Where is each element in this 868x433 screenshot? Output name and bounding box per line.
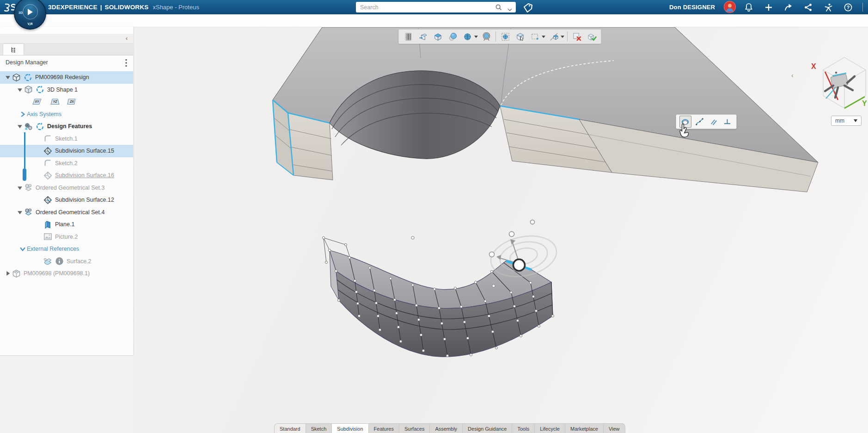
tree-item-3d-shape-1[interactable]: 3D Shape 1 [0,84,133,96]
down-caret-icon[interactable] [17,124,23,129]
tag-icon[interactable] [522,2,533,12]
tree-item-label: Surface.2 [67,258,92,265]
search-icon[interactable] [495,3,502,11]
parallel-lines-button[interactable] [707,116,719,128]
right-caret-icon[interactable] [5,271,11,276]
svg-text:YZ: YZ [53,100,58,104]
tree-item-axis-systems[interactable]: Axis Systems [0,108,133,121]
tree-item-sketch-1[interactable]: Sketch.1 [0,133,133,145]
view-triad[interactable]: X Y [806,56,868,125]
search-options-caret-icon[interactable] [507,5,513,10]
svg-text:?: ? [847,4,850,10]
3d-scene [133,27,868,433]
share-network-icon[interactable] [804,3,813,12]
tree-item-pm009698-redesign[interactable]: PM009698 Redesign [0,71,133,84]
down-caret-icon[interactable] [17,210,23,215]
magnify-sphere-button[interactable] [480,31,492,43]
3d-viewport-canvas[interactable]: X Y ‹ mm [133,27,868,433]
diagonal-cube-button[interactable] [548,31,560,43]
chevron-down-caret-icon[interactable] [19,246,26,252]
notifications-bell-icon[interactable] [744,3,753,12]
tree-item-label: 3D Shape 1 [47,87,78,93]
box-face-button[interactable] [432,31,444,43]
plane-yz-icon[interactable]: YZ [49,98,60,106]
tree-item-label: Plane.1 [55,221,74,228]
tab-design-guidance[interactable]: Design Guidance [462,424,512,433]
tree-item-ordered-geometrical-set-4[interactable]: Ordered Geometrical Set.4 [0,206,133,219]
tab-tools[interactable]: Tools [512,424,534,433]
tree-item-design-features[interactable]: Design Features [0,120,133,133]
confirm-check-button[interactable] [586,31,598,43]
work-object-marker-handle[interactable] [23,168,26,181]
tree-item-plane-1[interactable]: Plane.1 [0,218,133,231]
companion-figure-icon[interactable] [824,3,833,12]
units-dropdown[interactable]: mm [831,116,862,126]
lower-model [322,220,560,357]
tree-item-label: Ordered Geometrical Set.4 [36,209,104,216]
sync-update-icon [36,86,44,93]
tree-item-subdivision-surface-16[interactable]: Subdivision Surface.16 [0,169,133,182]
tree-item-label: Picture.2 [55,234,78,240]
tab-design-tree[interactable] [3,43,24,55]
push-face-button[interactable] [417,31,429,43]
tree-item-label: Sketch.1 [55,136,78,142]
panel-collapse-icon[interactable]: ‹ [126,35,128,42]
face-pointer-button[interactable] [514,31,526,43]
sketch-icon [43,159,52,167]
tree-item-picture-2[interactable]: Picture.2 [0,231,133,243]
cancel-x-button[interactable] [571,31,583,43]
help-question-icon[interactable]: ? [844,3,853,12]
tree-item-subdivision-surface-15[interactable]: Subdivision Surface.15 [0,145,133,157]
down-caret-icon[interactable] [17,185,23,191]
curve-spline-button[interactable] [693,116,705,128]
tab-sketch[interactable]: Sketch [306,424,332,433]
tab-lifecycle[interactable]: Lifecycle [534,424,565,433]
tree-item-pm009698-pm009698-1[interactable]: PM009698 (PM009698.1) [0,267,133,280]
tree-item-reference-planes[interactable]: XYYZZX [0,96,133,108]
chevron-right-caret-icon[interactable] [19,111,26,117]
tree-item-sketch-2[interactable]: Sketch.2 [0,157,133,170]
y-axis-label: Y [862,99,867,107]
plane-xy-icon[interactable]: XY [32,98,43,106]
share-arrow-icon[interactable] [784,3,793,12]
down-caret-icon[interactable] [17,87,23,93]
tree-item-subdivision-surface-12[interactable]: Subdivision Surface.12 [0,194,133,206]
tree-structure-icon [10,46,17,53]
x-axis-label: X [811,62,816,70]
tree-item-external-references[interactable]: External References [0,243,133,255]
sphere-primitive-button[interactable] [446,31,458,43]
tab-subdivision[interactable]: Subdivision [331,424,368,433]
search-input[interactable] [359,4,493,11]
selection-frame-button[interactable] [529,31,541,43]
tree-item-ordered-geometrical-set-3[interactable]: Ordered Geometrical Set.3 [0,182,133,194]
toolbar-separator [495,31,496,42]
tree-item-label: Subdivision Surface.16 [55,172,114,179]
perpendicular-button[interactable] [721,116,733,128]
tab-marketplace[interactable]: Marketplace [565,424,603,433]
kebab-menu-icon[interactable] [125,59,128,66]
plane-zx-icon[interactable]: ZX [67,98,77,106]
avatar[interactable] [724,1,736,13]
svg-text:ZX: ZX [69,100,74,104]
subdivision-dim-icon [43,172,52,179]
add-plus-icon[interactable] [764,3,773,12]
tab-standard[interactable]: Standard [275,424,306,433]
frame-sphere-button[interactable] [499,31,511,43]
user-name[interactable]: Don DESIGNER [669,0,715,14]
globe-primitive-dropdown-icon[interactable] [474,36,478,38]
tab-assembly[interactable]: Assembly [429,424,462,433]
globe-primitive-button[interactable] [461,31,473,43]
diagonal-cube-dropdown-icon[interactable] [561,36,564,38]
hand-cursor-icon [678,123,690,138]
tab-surfaces[interactable]: Surfaces [399,424,429,433]
zebra-stripes-button[interactable] [402,31,414,43]
tree-item-surface-2[interactable]: Surface.2 [0,255,133,268]
compass-logo[interactable]: 3D V,R [14,0,46,30]
tab-features[interactable]: Features [368,424,399,433]
down-caret-icon[interactable] [5,74,11,80]
manipulator-knob[interactable] [513,260,525,271]
tab-view[interactable]: View [603,424,625,433]
viewport-collapse-icon[interactable]: ‹ [791,72,794,79]
panel-header: Design Manager [0,56,133,69]
selection-frame-dropdown-icon[interactable] [542,36,545,38]
